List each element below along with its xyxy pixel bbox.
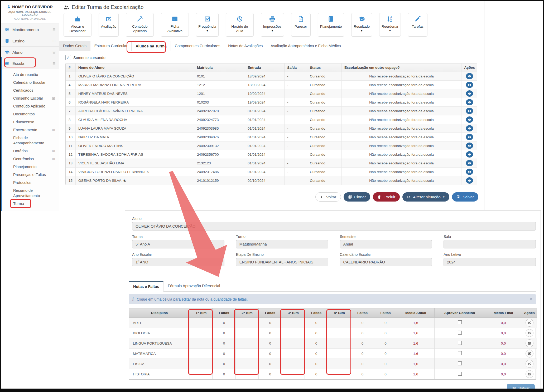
edit-grade-button[interactable] (526, 360, 533, 368)
bim2-grade-cell[interactable] (236, 338, 259, 349)
aprovar-conselho-checkbox[interactable] (458, 331, 462, 335)
faltas-cell[interactable]: 0 (351, 328, 374, 338)
bim3-grade-cell[interactable] (282, 318, 305, 328)
edit-grade-button[interactable] (526, 339, 533, 347)
bim4-grade-cell[interactable] (328, 318, 351, 328)
clonar-button[interactable]: Clonar (344, 192, 370, 202)
tab-alunos-na-turma[interactable]: Alunos na Turma (131, 41, 171, 51)
toolbar-button-horario-de-aula[interactable]: Horário de Aula (226, 13, 254, 37)
faltas-cell[interactable]: 0 (213, 338, 236, 349)
aprovar-conselho-checkbox[interactable] (458, 320, 462, 324)
sidebar-subitem-turma[interactable]: Turma (1, 200, 59, 208)
toolbar-button-alocar-e-desalocar[interactable]: Alocar e Desalocar (64, 13, 92, 37)
edit-grade-button[interactable] (526, 319, 533, 327)
toolbar-button-impressoes[interactable]: Impressões▼ (261, 13, 284, 37)
alterar-situacao-button[interactable]: Alterar situação ▼ (402, 192, 449, 202)
sidebar-subitem-calendario-escolar[interactable]: Calendário Escolar (1, 79, 59, 86)
bim4-grade-cell[interactable] (328, 359, 351, 369)
bim3-grade-cell[interactable] (282, 349, 305, 359)
view-student-button[interactable] (466, 143, 473, 149)
faltas-cell[interactable]: 0 (259, 369, 282, 379)
faltas-cell[interactable]: 0 (305, 328, 328, 338)
bim3-grade-cell[interactable] (282, 369, 305, 379)
aprovar-conselho-checkbox[interactable] (458, 351, 462, 355)
bim2-grade-cell[interactable] (236, 359, 259, 369)
toolbar-button-tarefas[interactable]: Tarefas (408, 13, 427, 37)
bim3-grade-cell[interactable] (282, 338, 305, 349)
sidebar-subitem-horarios[interactable]: Horários⊞ (1, 147, 59, 155)
bim2-grade-cell[interactable] (236, 328, 259, 338)
expand-icon[interactable]: ⊞ (52, 27, 56, 32)
aprovar-conselho-checkbox[interactable] (458, 361, 462, 365)
sidebar-subitem-ficha-de-acompanhamento[interactable]: Ficha de Acompanhamento (1, 134, 59, 147)
faltas-cell[interactable]: 0 (305, 338, 328, 349)
faltas-cell[interactable]: 0 (213, 359, 236, 369)
bim2-grade-cell[interactable] (236, 369, 259, 379)
sidebar-item-aluno[interactable]: Aluno⊞ (1, 46, 59, 58)
sidebar-subitem-ata-de-reuniao[interactable]: Ata de reunião (1, 71, 59, 79)
toolbar-button-ficha-avaliativa[interactable]: Ficha Avaliativa (161, 13, 189, 37)
faltas-cell[interactable]: 0 (374, 318, 397, 328)
expand-icon[interactable]: ⊞ (52, 156, 55, 161)
sidebar-subitem-ocorrencias[interactable]: Ocorrências⊞ (1, 155, 59, 163)
bim1-grade-cell[interactable] (190, 328, 213, 338)
faltas-cell[interactable]: 0 (259, 359, 282, 369)
faltas-cell[interactable]: 0 (213, 349, 236, 359)
faltas-cell[interactable]: 0 (374, 369, 397, 379)
sidebar-subitem-planejamento[interactable]: Planejamento (1, 163, 59, 171)
view-student-button[interactable] (466, 82, 473, 88)
faltas-cell[interactable]: 0 (351, 318, 374, 328)
faltas-cell[interactable]: 0 (305, 318, 328, 328)
view-student-button[interactable] (466, 125, 473, 131)
expand-icon[interactable]: ⊞ (52, 39, 56, 43)
expand-icon[interactable]: ⊞ (52, 50, 56, 54)
faltas-cell[interactable]: 0 (213, 318, 236, 328)
bim1-grade-cell[interactable] (190, 338, 213, 349)
aprovar-conselho-checkbox[interactable] (458, 341, 462, 345)
sidebar-subitem-documentos[interactable]: Documentos (1, 110, 59, 118)
toolbar-button-planejamento[interactable]: Planejamento (318, 13, 344, 37)
toolbar-button-conteudo-aplicado[interactable]: Conteúdo Aplicado (126, 13, 154, 37)
tab-dados-gerais[interactable]: Dados Gerais (59, 41, 90, 51)
bim1-grade-cell[interactable] (190, 369, 213, 379)
view-student-button[interactable] (466, 108, 473, 114)
toolbar-button-frequencia[interactable]: Frequência▼ (196, 13, 219, 37)
sidebar-subitem-resumo-de-aproveitamento[interactable]: Resumo de Aproveitamento (1, 187, 59, 200)
faltas-cell[interactable]: 0 (374, 338, 397, 349)
toolbar-button-reordenar[interactable]: AZReordenar▼ (379, 13, 401, 37)
bim4-grade-cell[interactable] (328, 338, 351, 349)
tab-avaliacao-antropometrica-e-ficha-medica[interactable]: Avaliação Antropométrica e Ficha Médica (267, 41, 345, 51)
sidebar-subitem-educacenso[interactable]: Educacenso (1, 118, 59, 126)
view-student-button[interactable] (466, 134, 473, 140)
edit-grade-button[interactable] (526, 370, 533, 378)
tab-estrutura-curricular[interactable]: Estrutura Curricular (90, 41, 132, 51)
expand-icon[interactable]: ⊞ (52, 127, 55, 133)
view-student-button[interactable] (466, 169, 473, 175)
faltas-cell[interactable]: 0 (374, 359, 397, 369)
toolbar-button-parecer[interactable]: Parecer (291, 13, 311, 37)
bim2-grade-cell[interactable] (236, 318, 259, 328)
faltas-cell[interactable]: 0 (351, 338, 374, 349)
expand-icon[interactable]: ⊟ (52, 61, 56, 66)
sidebar-subitem-protocolos[interactable]: Protocolos (1, 179, 59, 187)
faltas-cell[interactable]: 0 (351, 349, 374, 359)
toolbar-button-resultado[interactable]: Resultado▼ (351, 13, 372, 37)
faltas-cell[interactable]: 0 (305, 349, 328, 359)
bim2-grade-cell[interactable] (236, 349, 259, 359)
edit-grade-button[interactable] (526, 329, 533, 337)
faltas-cell[interactable]: 0 (259, 328, 282, 338)
bim4-grade-cell[interactable] (328, 349, 351, 359)
bim1-grade-cell[interactable] (190, 318, 213, 328)
somente-cursando-checkbox[interactable]: ✓ (65, 55, 71, 60)
faltas-cell[interactable]: 0 (305, 359, 328, 369)
sidebar-subitem-conteudo-aplicado[interactable]: Conteúdo Aplicado (1, 102, 59, 110)
view-student-button[interactable] (466, 99, 473, 105)
faltas-cell[interactable]: 0 (374, 349, 397, 359)
sidebar-item-escola[interactable]: Escola⊟ (1, 58, 59, 69)
expand-icon[interactable]: ⊞ (52, 148, 55, 154)
faltas-cell[interactable]: 0 (351, 359, 374, 369)
tab-notas-de-avaliacoes[interactable]: Notas de Avaliações (224, 41, 267, 51)
bim4-grade-cell[interactable] (328, 328, 351, 338)
faltas-cell[interactable]: 0 (351, 369, 374, 379)
tab-formula-aprovacao-diferencial[interactable]: Fórmula Aprovação Diferencial (163, 281, 224, 291)
